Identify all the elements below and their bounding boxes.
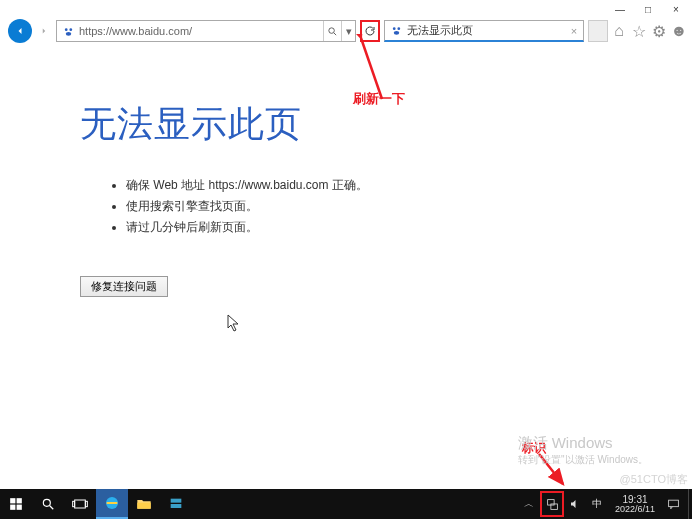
task-view-button[interactable] xyxy=(64,489,96,519)
windows-activation-watermark: 激活 Windows 转到"设置"以激活 Windows。 xyxy=(518,434,648,467)
search-button[interactable] xyxy=(32,489,64,519)
home-icon[interactable]: ⌂ xyxy=(612,24,626,38)
clock-date: 2022/6/11 xyxy=(608,505,662,515)
error-page: 无法显示此页 确保 Web 地址 https://www.baidu.com 正… xyxy=(0,44,692,297)
svg-rect-13 xyxy=(17,505,22,510)
ie-taskbar-icon[interactable] xyxy=(96,489,128,519)
volume-icon[interactable] xyxy=(564,498,586,510)
svg-rect-12 xyxy=(10,505,15,510)
url-input[interactable]: https://www.baidu.com/ ▾ xyxy=(56,20,356,42)
forward-button[interactable] xyxy=(36,22,52,40)
url-dropdown-icon[interactable]: ▾ xyxy=(341,21,355,41)
svg-point-14 xyxy=(43,499,50,506)
svg-rect-21 xyxy=(171,499,182,503)
maximize-button[interactable]: □ xyxy=(642,3,654,15)
tray-chevron-icon[interactable]: ︿ xyxy=(518,497,540,511)
svg-line-4 xyxy=(334,32,336,34)
svg-point-6 xyxy=(397,27,400,30)
close-button[interactable]: × xyxy=(670,3,682,15)
svg-line-15 xyxy=(50,506,54,510)
favorites-icon[interactable]: ☆ xyxy=(632,24,646,38)
baidu-favicon-icon xyxy=(61,24,75,38)
svg-rect-11 xyxy=(17,498,22,503)
search-icon[interactable] xyxy=(323,21,341,41)
back-button[interactable] xyxy=(8,19,32,43)
new-tab-button[interactable] xyxy=(588,20,608,42)
svg-point-5 xyxy=(392,27,395,30)
url-text: https://www.baidu.com/ xyxy=(79,25,323,37)
svg-rect-17 xyxy=(73,501,75,506)
feedback-smile-icon[interactable]: ☻ xyxy=(672,24,686,38)
suggestion-list: 确保 Web 地址 https://www.baidu.com 正确。 使用搜索… xyxy=(80,177,692,236)
list-item: 确保 Web 地址 https://www.baidu.com 正确。 xyxy=(126,177,692,194)
windows-taskbar: ︿ 中 19:31 2022/6/11 xyxy=(0,489,692,519)
svg-point-3 xyxy=(329,27,335,32)
svg-point-0 xyxy=(64,28,67,31)
refresh-button[interactable] xyxy=(360,20,380,42)
svg-rect-20 xyxy=(137,503,150,509)
tab-close-icon[interactable]: × xyxy=(565,25,583,37)
server-manager-icon[interactable] xyxy=(160,489,192,519)
browser-toolbar-right: ⌂ ☆ ⚙ ☻ xyxy=(612,24,686,38)
minimize-button[interactable]: — xyxy=(614,3,626,15)
system-tray: ︿ 中 19:31 2022/6/11 xyxy=(518,489,692,519)
ime-indicator[interactable]: 中 xyxy=(586,497,608,511)
list-item: 使用搜索引擎查找页面。 xyxy=(126,198,692,215)
tab-title: 无法显示此页 xyxy=(407,23,565,38)
watermark-sub: 转到"设置"以激活 Windows。 xyxy=(518,453,648,467)
list-item: 请过几分钟后刷新页面。 xyxy=(126,219,692,236)
svg-point-2 xyxy=(65,31,71,35)
svg-rect-22 xyxy=(171,504,182,508)
network-disconnected-icon[interactable] xyxy=(540,491,564,517)
action-center-icon[interactable] xyxy=(662,498,684,511)
blog-watermark: @51CTO博客 xyxy=(620,472,688,487)
start-button[interactable] xyxy=(0,489,32,519)
tab-favicon-icon xyxy=(389,24,403,38)
clock[interactable]: 19:31 2022/6/11 xyxy=(608,494,662,515)
svg-rect-18 xyxy=(85,501,87,506)
svg-point-7 xyxy=(393,31,399,35)
gear-icon[interactable]: ⚙ xyxy=(652,24,666,38)
svg-rect-10 xyxy=(10,498,15,503)
annotation-text-refresh: 刷新一下 xyxy=(353,90,405,108)
address-bar-row: https://www.baidu.com/ ▾ 无法显示此页 × ⌂ ☆ ⚙ … xyxy=(0,18,692,44)
watermark-title: 激活 Windows xyxy=(518,434,648,453)
window-titlebar: — □ × xyxy=(0,0,692,18)
browser-tab[interactable]: 无法显示此页 × xyxy=(384,20,584,42)
clock-time: 19:31 xyxy=(608,494,662,505)
show-desktop-button[interactable] xyxy=(688,489,692,519)
svg-point-1 xyxy=(69,28,72,31)
svg-rect-25 xyxy=(668,500,678,507)
file-explorer-icon[interactable] xyxy=(128,489,160,519)
mouse-cursor-icon xyxy=(227,314,241,332)
svg-rect-16 xyxy=(75,500,86,508)
fix-connection-button[interactable]: 修复连接问题 xyxy=(80,276,168,297)
